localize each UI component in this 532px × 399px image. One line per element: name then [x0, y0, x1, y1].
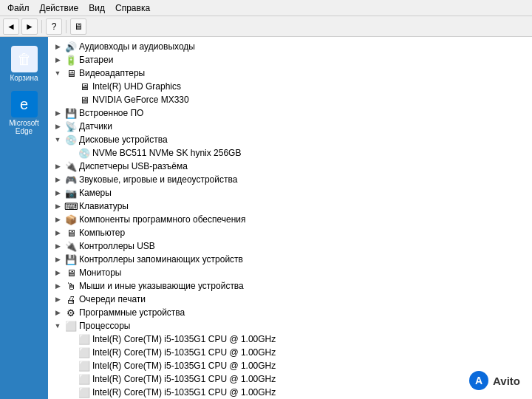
- device-label: Intel(R) Core(TM) i5-1035G1 CPU @ 1.00GH…: [92, 361, 276, 371]
- tree-item[interactable]: ▶📷Камеры: [48, 186, 532, 200]
- device-label: Intel(R) UHD Graphics: [92, 81, 181, 92]
- expand-icon[interactable]: ▶: [52, 254, 63, 265]
- device-label: Контроллеры запоминающих устройств: [79, 254, 243, 265]
- device-label: Звуковые, игровые и видеоустройства: [79, 174, 237, 185]
- tree-item[interactable]: ▶🔌Диспетчеры USB-разъёма: [48, 160, 532, 173]
- device-icon: 🖥: [65, 227, 77, 239]
- avito-text: Avito: [493, 375, 520, 387]
- menu-file[interactable]: Файл: [3, 1, 34, 15]
- expand-icon[interactable]: ▶: [52, 108, 63, 118]
- expand-icon[interactable]: ▶: [52, 174, 63, 185]
- expand-icon[interactable]: ▶: [52, 201, 63, 211]
- device-label: Клавиатуры: [79, 201, 129, 211]
- expand-icon[interactable]: ▼: [52, 134, 63, 145]
- tree-item[interactable]: ▶🔌Контроллеры USB: [48, 239, 532, 253]
- device-label: NVMe BC511 NVMe SK hynix 256GB: [92, 148, 241, 158]
- tree-item[interactable]: 💿NVMe BC511 NVMe SK hynix 256GB: [48, 146, 532, 160]
- tree-item[interactable]: ⬜Intel(R) Core(TM) i5-1035G1 CPU @ 1.00G…: [48, 372, 532, 386]
- expand-icon[interactable]: ▶: [52, 281, 63, 291]
- tree-item[interactable]: ▶📦Компоненты программного обеспечения: [48, 213, 532, 226]
- expand-icon[interactable]: ▶: [52, 294, 63, 304]
- device-icon: 🔌: [65, 160, 77, 172]
- expand-icon[interactable]: ▶: [52, 228, 63, 238]
- device-label: Диспетчеры USB-разъёма: [79, 161, 188, 171]
- device-icon: 💾: [65, 253, 77, 265]
- device-icon: ⚙: [65, 307, 77, 318]
- expand-icon[interactable]: ▶: [52, 241, 63, 251]
- expand-icon[interactable]: ▶: [52, 121, 63, 132]
- sidebar-edge[interactable]: e Microsoft Edge: [4, 88, 45, 138]
- tree-item[interactable]: ⬜Intel(R) Core(TM) i5-1035G1 CPU @ 1.00G…: [48, 386, 532, 399]
- device-label: Видеоадаптеры: [79, 68, 145, 78]
- tree-item[interactable]: ▶💾Встроенное ПО: [48, 106, 532, 120]
- tree-item[interactable]: ⬜Intel(R) Core(TM) i5-1035G1 CPU @ 1.00G…: [48, 359, 532, 372]
- expand-icon[interactable]: ▶: [52, 214, 63, 225]
- tree-item[interactable]: ▼⬜Процессоры: [48, 319, 532, 332]
- tree-item[interactable]: ⬜Intel(R) Core(TM) i5-1035G1 CPU @ 1.00G…: [48, 346, 532, 359]
- device-label: Компьютер: [79, 228, 125, 238]
- tree-item[interactable]: ▶🖨Очереди печати: [48, 293, 532, 306]
- device-label: Компоненты программного обеспечения: [79, 214, 246, 225]
- expand-icon[interactable]: ▶: [52, 188, 63, 198]
- avito-watermark: A Avito: [463, 368, 526, 393]
- tree-item[interactable]: ▼🖥Видеоадаптеры: [48, 66, 532, 80]
- device-icon: 💾: [65, 107, 77, 119]
- device-icon: ⌨: [65, 200, 77, 212]
- device-icon: 📡: [65, 120, 77, 132]
- device-label: Дисковые устройства: [79, 134, 168, 145]
- device-label: Intel(R) Core(TM) i5-1035G1 CPU @ 1.00GH…: [92, 374, 276, 384]
- menu-view[interactable]: Вид: [84, 1, 109, 15]
- menu-help[interactable]: Справка: [111, 1, 154, 15]
- tree-item[interactable]: ▶🔊Аудиовходы и аудиовыходы: [48, 40, 532, 53]
- tree-item[interactable]: 🖥Intel(R) UHD Graphics: [48, 80, 532, 93]
- tree-item[interactable]: ▶🖥Мониторы: [48, 266, 532, 279]
- tree-item[interactable]: ▶📡Датчики: [48, 120, 532, 133]
- device-icon: 🖨: [65, 293, 77, 305]
- device-icon: ⬜: [78, 360, 90, 372]
- expand-icon: [66, 361, 76, 371]
- tree-item[interactable]: 🖥NVIDIA GeForce MX330: [48, 93, 532, 106]
- expand-icon[interactable]: ▶: [52, 55, 63, 65]
- tree-item[interactable]: ▶🖥Компьютер: [48, 226, 532, 239]
- help-button[interactable]: ?: [46, 18, 62, 35]
- separator-2: [66, 20, 66, 33]
- device-icon: 🎮: [65, 174, 77, 185]
- menubar: Файл Действие Вид Справка: [0, 0, 532, 16]
- device-label: Контроллеры USB: [79, 241, 155, 251]
- menu-action[interactable]: Действие: [35, 1, 83, 15]
- tree-item[interactable]: ▶⌨Клавиатуры: [48, 200, 532, 213]
- device-icon: ⬜: [65, 320, 77, 332]
- device-label: Intel(R) Core(TM) i5-1035G1 CPU @ 1.00GH…: [92, 347, 276, 358]
- edge-label: Microsoft Edge: [5, 119, 44, 135]
- expand-icon[interactable]: ▼: [52, 321, 63, 331]
- expand-icon[interactable]: ▶: [52, 307, 63, 318]
- device-icon: 🖱: [65, 280, 77, 292]
- tree-item[interactable]: ▶⚙Программные устройства: [48, 306, 532, 319]
- expand-icon[interactable]: ▶: [52, 41, 63, 52]
- tree-item[interactable]: ⬜Intel(R) Core(TM) i5-1035G1 CPU @ 1.00G…: [48, 332, 532, 346]
- tree-item[interactable]: ▶💾Контроллеры запоминающих устройств: [48, 253, 532, 266]
- expand-icon: [66, 81, 76, 92]
- main-area: 🗑 Корзина e Microsoft Edge ▶🔊Аудиовходы …: [0, 37, 532, 399]
- tree-item[interactable]: ▶🔋Батареи: [48, 53, 532, 66]
- expand-icon[interactable]: ▶: [52, 267, 63, 278]
- device-icon: ⬜: [78, 347, 90, 358]
- expand-icon: [66, 374, 76, 384]
- back-button[interactable]: ◄: [3, 18, 19, 35]
- forward-button[interactable]: ►: [21, 18, 38, 35]
- monitor-button[interactable]: 🖥: [70, 18, 86, 35]
- device-icon: ⬜: [78, 373, 90, 385]
- expand-icon: [66, 95, 76, 105]
- expand-icon[interactable]: ▶: [52, 161, 63, 171]
- device-manager-tree[interactable]: ▶🔊Аудиовходы и аудиовыходы▶🔋Батареи▼🖥Вид…: [48, 37, 532, 399]
- device-label: Батареи: [79, 55, 113, 65]
- tree-item[interactable]: ▶🖱Мыши и иные указывающие устройства: [48, 279, 532, 293]
- device-label: NVIDIA GeForce MX330: [92, 95, 189, 105]
- device-label: Встроенное ПО: [79, 108, 143, 118]
- device-icon: 🖥: [78, 94, 90, 106]
- sidebar-recycle-bin[interactable]: 🗑 Корзина: [4, 43, 45, 85]
- expand-icon[interactable]: ▼: [52, 68, 63, 78]
- tree-item[interactable]: ▶🎮Звуковые, игровые и видеоустройства: [48, 173, 532, 186]
- recycle-label: Корзина: [10, 74, 38, 82]
- tree-item[interactable]: ▼💿Дисковые устройства: [48, 133, 532, 146]
